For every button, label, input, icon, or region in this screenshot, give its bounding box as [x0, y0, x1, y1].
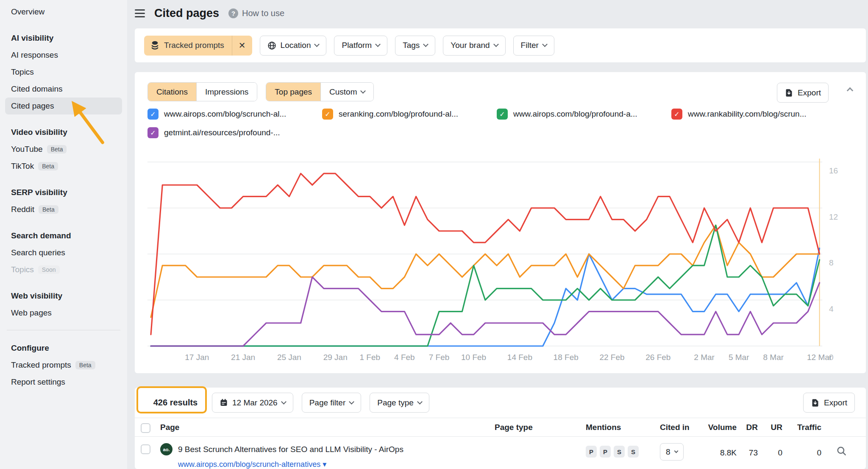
tracked-prompts-chip: Tracked prompts ✕ — [144, 36, 252, 56]
sidebar-item-cited-pages[interactable]: Cited pages — [5, 98, 122, 114]
chart-tabs-row: CitationsImpressions Top pagesCustom — [147, 82, 374, 101]
tracked-prompts-chip-body[interactable]: Tracked prompts — [144, 36, 232, 56]
table-export-button[interactable]: Export — [803, 393, 855, 413]
legend-item-3[interactable]: ✓www.rankability.com/blog/scrun... — [671, 109, 846, 120]
your-brand-filter-button[interactable]: Your brand — [443, 36, 505, 56]
sidebar-heading-search-demand: Search demand — [5, 227, 122, 244]
table-export-label: Export — [824, 398, 847, 408]
tab-label: Impressions — [205, 87, 248, 97]
mention-badge[interactable]: P — [600, 446, 611, 458]
svg-text:12 Mar: 12 Mar — [807, 353, 832, 362]
tab-top-pages[interactable]: Top pages — [266, 83, 320, 101]
column-header-mentions[interactable]: Mentions — [576, 423, 650, 432]
column-header-page-type[interactable]: Page type — [484, 423, 576, 432]
column-header-page[interactable]: Page — [160, 423, 484, 432]
filter-bar: Tracked prompts ✕ LocationPlatformTagsYo… — [135, 28, 866, 62]
svg-text:1 Feb: 1 Feb — [360, 353, 381, 362]
mention-badge[interactable]: S — [628, 446, 639, 458]
legend-item-2[interactable]: ✓www.airops.com/blog/profound-a... — [497, 109, 671, 120]
export-file-icon — [785, 88, 793, 98]
chevron-down-icon — [314, 42, 320, 47]
sidebar-item-label: TikTok — [11, 162, 34, 171]
legend-checkbox[interactable]: ✓ — [322, 109, 333, 120]
column-header-traffic[interactable]: Traffic — [787, 423, 826, 432]
column-header-ur[interactable]: UR — [762, 423, 787, 432]
date-picker-button[interactable]: 12 Mar 2026 — [212, 393, 293, 413]
collapse-chart-button[interactable] — [848, 86, 852, 93]
sidebar-item-label: Video visibility — [11, 128, 67, 137]
column-header-volume[interactable]: Volume — [694, 423, 737, 432]
tab-custom[interactable]: Custom — [320, 83, 373, 101]
page-type-label: Page type — [377, 398, 414, 408]
sidebar-item-label: Topics — [11, 265, 34, 274]
chevron-down-icon — [417, 399, 423, 405]
legend-item-1[interactable]: ✓seranking.com/blog/profound-al... — [322, 109, 497, 120]
citations-line-chart: 161284017 Jan21 Jan25 Jan29 Jan1 Feb4 Fe… — [147, 147, 851, 364]
help-icon: ? — [228, 8, 238, 18]
sidebar-item-label: YouTube — [11, 145, 43, 154]
svg-text:8 Mar: 8 Mar — [763, 353, 784, 362]
sidebar-item-cited-domains[interactable]: Cited domains — [5, 81, 122, 98]
column-header-cited-in[interactable]: Cited in — [650, 423, 694, 432]
svg-text:8: 8 — [829, 258, 834, 267]
chart-export-button[interactable]: Export — [777, 83, 829, 103]
location-filter-button[interactable]: Location — [260, 36, 327, 56]
caret-down-icon: ▾ — [323, 460, 326, 469]
tab-impressions[interactable]: Impressions — [196, 83, 257, 101]
legend-checkbox[interactable]: ✓ — [671, 109, 682, 120]
sidebar: OverviewAI visibilityAI responsesTopicsC… — [0, 0, 127, 469]
page-url-link[interactable]: www.airops.com/blog/scrunch-alternatives… — [178, 460, 326, 469]
page-filter-button[interactable]: Page filter — [302, 393, 362, 413]
tab-citations[interactable]: Citations — [148, 83, 196, 101]
how-to-use-link[interactable]: ? How to use — [228, 8, 284, 18]
chevron-down-icon — [423, 42, 428, 47]
calendar-icon — [220, 398, 228, 407]
legend-item-0[interactable]: ✓www.airops.com/blog/scrunch-al... — [147, 109, 322, 120]
svg-text:29 Jan: 29 Jan — [323, 353, 348, 362]
inspect-button[interactable] — [826, 443, 857, 469]
mention-badge[interactable]: P — [586, 446, 597, 458]
page-type-button[interactable]: Page type — [370, 393, 429, 413]
column-header-dr[interactable]: DR — [737, 423, 762, 432]
sidebar-item-tracked-prompts[interactable]: Tracked promptsBeta — [5, 357, 122, 374]
sidebar-item-youtube[interactable]: YouTubeBeta — [5, 141, 122, 158]
results-toolbar: 426 results 12 Mar 2026 Page filter Page… — [147, 393, 429, 413]
svg-text:10 Feb: 10 Feb — [461, 353, 486, 362]
sidebar-item-label: SERP visibility — [11, 188, 67, 197]
sidebar-item-web-pages[interactable]: Web pages — [5, 304, 122, 321]
table-header: Page Page type Mentions Cited in Volume … — [135, 418, 866, 437]
filter-filter-button[interactable]: Filter — [513, 36, 554, 56]
chevron-down-icon — [674, 449, 678, 453]
remove-filter-icon[interactable]: ✕ — [232, 36, 252, 56]
mention-badge[interactable]: S — [614, 446, 625, 458]
sidebar-item-search-queries[interactable]: Search queries — [5, 244, 122, 261]
chevron-down-icon — [375, 42, 381, 47]
sidebar-item-topics[interactable]: Topics — [5, 64, 122, 81]
mentions-cell: PPSS — [586, 443, 650, 458]
row-checkbox[interactable] — [141, 444, 150, 454]
legend-item-4[interactable]: ✓getmint.ai/resources/profound-... — [147, 127, 322, 138]
legend-label: www.rankability.com/blog/scrun... — [688, 109, 806, 119]
page-filter-label: Page filter — [309, 398, 346, 408]
chevron-down-icon — [493, 42, 499, 47]
how-to-use-label: How to use — [242, 8, 284, 18]
sidebar-item-tiktok[interactable]: TikTokBeta — [5, 158, 122, 175]
sidebar-item-reddit[interactable]: RedditBeta — [5, 201, 122, 218]
sidebar-item-report-settings[interactable]: Report settings — [5, 374, 122, 391]
cited-in-dropdown[interactable]: 8 — [660, 443, 684, 461]
platform-filter-button[interactable]: Platform — [334, 36, 387, 56]
sidebar-item-overview[interactable]: Overview — [5, 3, 122, 20]
sidebar-item-topics[interactable]: TopicsSoon — [5, 261, 122, 278]
tags-filter-button[interactable]: Tags — [395, 36, 435, 56]
page-title: Cited pages — [154, 7, 219, 20]
select-all-checkbox[interactable] — [141, 423, 150, 433]
dr-cell: 73 — [737, 443, 762, 469]
legend-checkbox[interactable]: ✓ — [147, 127, 159, 138]
chart-export-label: Export — [798, 88, 821, 98]
legend-checkbox[interactable]: ✓ — [497, 109, 508, 120]
sidebar-item-label: Report settings — [11, 377, 65, 387]
menu-icon[interactable] — [135, 9, 145, 17]
legend-checkbox[interactable]: ✓ — [147, 109, 159, 120]
sidebar-item-ai-responses[interactable]: AI responses — [5, 47, 122, 64]
tab-label: Custom — [329, 87, 357, 97]
